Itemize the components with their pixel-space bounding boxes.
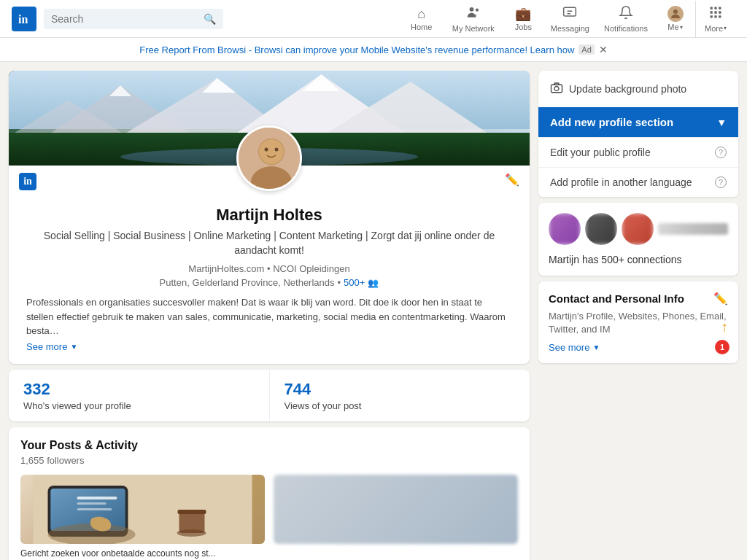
profile-name: Martijn Holtes (23, 206, 515, 225)
svg-rect-13 (719, 15, 721, 18)
post-item-1[interactable]: Gericht zoeken voor onbetaalde accounts … (20, 475, 265, 560)
svg-rect-35 (77, 497, 117, 499)
stat-views-num: 332 (23, 380, 255, 399)
ad-banner: Free Report From Browsi - Browsi can imp… (0, 38, 747, 62)
profile-bio: Professionals en organisaties succesvoll… (9, 295, 530, 335)
svg-rect-36 (77, 502, 107, 505)
more-label: More ▾ (705, 24, 727, 33)
contact-see-more-button[interactable]: See more ▼ (549, 342, 728, 353)
connections-count[interactable]: 500+ (344, 277, 365, 288)
post-caption-1: Gericht zoeken voor onbetaalde accounts … (20, 548, 265, 559)
conn-avatar-1 (549, 213, 581, 245)
add-section-wrap: Add new profile section ▼ Edit your publ… (538, 107, 738, 197)
up-arrow-indicator: ↑ (721, 319, 728, 335)
stats-bar: 332 Who's viewed your profile 744 Views … (9, 370, 530, 421)
svg-rect-11 (711, 15, 713, 18)
nav-item-network[interactable]: My Network (444, 1, 503, 37)
profile-card: in ✏️ (9, 71, 530, 364)
contact-title: Contact and Personal Info (549, 292, 684, 305)
svg-rect-12 (714, 15, 716, 18)
jobs-icon: 💼 (515, 6, 531, 22)
ad-text[interactable]: Free Report From Browsi - Browsi can imp… (139, 44, 574, 55)
svg-rect-7 (719, 7, 721, 9)
post-image-1 (20, 475, 265, 544)
add-section-chevron-icon: ▼ (716, 117, 727, 128)
nav-items: ⌂ Home My Network 💼 Jobs Messaging Notif… (400, 1, 735, 37)
messaging-icon (562, 5, 577, 23)
profile-edit-button[interactable]: ✏️ (505, 173, 519, 187)
conn-blurred-content (658, 223, 728, 235)
connection-avatars-row (549, 213, 728, 245)
profile-card-linkedin-mark: in (19, 173, 36, 190)
svg-point-30 (275, 148, 279, 152)
nav-item-home[interactable]: ⌂ Home (400, 2, 444, 36)
svg-point-41 (177, 529, 206, 537)
contact-desc: Martijn's Profile, Websites, Phones, Ema… (549, 310, 728, 336)
profile-avatar-wrap (236, 125, 302, 191)
jobs-label: Jobs (515, 23, 532, 31)
nav-item-notifications[interactable]: Notifications (597, 1, 655, 37)
see-more-bio-button[interactable]: See more ▼ (9, 335, 530, 364)
update-bg-button[interactable]: Update background photo (550, 81, 727, 97)
svg-rect-6 (714, 7, 716, 9)
linkedin-logo[interactable]: in (12, 7, 36, 31)
ad-close-icon[interactable]: ✕ (599, 44, 608, 55)
linkedin-logo-icon: in (17, 12, 31, 26)
right-panel: Update background photo Add new profile … (534, 62, 747, 560)
connections-card: Martijn has 500+ connections (538, 203, 738, 276)
svg-rect-8 (711, 11, 713, 13)
messaging-label: Messaging (551, 24, 589, 33)
notification-count: 1 (720, 343, 724, 351)
post-item-2[interactable] (274, 475, 518, 560)
profile-avatar (236, 125, 302, 191)
main-layout: in ✏️ (0, 62, 747, 560)
svg-rect-9 (714, 11, 716, 13)
update-bg-label: Update background photo (569, 83, 686, 95)
search-icon: 🔍 (204, 13, 216, 25)
nav-item-me[interactable]: Me ▾ (655, 1, 695, 36)
profile-meta: MartijnHoltes.com • NCOI Opleidingen (23, 263, 515, 274)
update-bg-card: Update background photo (538, 71, 738, 107)
svg-rect-10 (719, 11, 721, 13)
svg-rect-5 (711, 7, 713, 9)
connections-text: Martijn has 500+ connections (549, 254, 728, 265)
posts-section: Your Posts & Activity 1,655 followers (9, 427, 530, 560)
home-label: Home (411, 23, 432, 31)
me-label: Me ▾ (667, 23, 682, 31)
contact-edit-icon[interactable]: ✏️ (713, 292, 728, 306)
stat-profile-views[interactable]: 332 Who's viewed your profile (9, 370, 270, 421)
nav-item-messaging[interactable]: Messaging (543, 1, 597, 37)
post-thumb-1 (20, 475, 265, 544)
nav-item-more[interactable]: More ▾ (695, 1, 735, 37)
see-more-chevron-icon: ▼ (70, 343, 77, 351)
connections-dot: • (338, 277, 341, 288)
conn-avatar-2 (585, 213, 617, 245)
svg-point-29 (265, 148, 268, 152)
svg-point-4 (673, 9, 678, 14)
contact-see-more-chevron-icon: ▼ (592, 343, 600, 351)
stat-post-num: 744 (285, 380, 516, 399)
posts-followers: 1,655 followers (20, 455, 518, 466)
ad-label: Ad (578, 44, 594, 55)
conn-avatar-3 (622, 213, 654, 245)
more-icon (708, 5, 723, 23)
stat-views-label: Who's viewed your profile (23, 400, 255, 411)
svg-rect-42 (551, 85, 562, 93)
see-more-bio-label: See more (26, 341, 67, 352)
search-bar: 🔍 (44, 9, 223, 29)
stat-post-views[interactable]: 744 Views of your post (270, 370, 530, 421)
svg-point-43 (554, 87, 559, 91)
camera-icon (550, 81, 563, 97)
contact-see-more-label: See more (549, 342, 589, 353)
nav-item-jobs[interactable]: 💼 Jobs (503, 1, 543, 36)
home-icon: ⌂ (417, 7, 425, 22)
add-section-button[interactable]: Add new profile section ▼ (538, 107, 738, 137)
add-language-link[interactable]: Add profile in another language ? (538, 167, 738, 197)
avatar-image (239, 128, 302, 191)
svg-rect-40 (178, 510, 206, 514)
svg-rect-3 (564, 7, 576, 16)
contact-card: Contact and Personal Info ✏️ Martijn's P… (538, 281, 738, 363)
search-input[interactable] (51, 13, 204, 25)
svg-point-2 (476, 8, 479, 11)
edit-profile-link[interactable]: Edit your public profile ? (538, 137, 738, 167)
